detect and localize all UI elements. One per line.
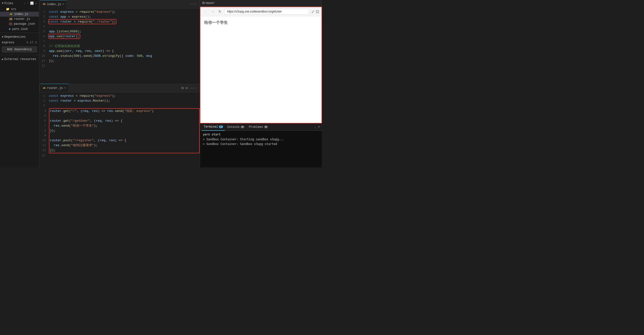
terminal-command: yarn start: [203, 133, 319, 136]
router-line-13: 13: [39, 153, 200, 158]
sidebar-item-src[interactable]: 📁 src: [0, 7, 39, 12]
files-arrow-icon: ▼: [2, 2, 4, 5]
dep-arrow-icon: ▼: [2, 36, 4, 39]
console-badge: 0: [240, 126, 244, 128]
sidebar-item-index-js[interactable]: JS index.js: [0, 12, 39, 17]
external-resources-label: External resources: [4, 58, 36, 61]
output-line-1: > Sandbox Container: Starting sandbox x3…: [203, 138, 284, 141]
divider-1: [0, 33, 39, 33]
router-js-label: router.js: [14, 17, 30, 21]
back-button[interactable]: ←: [203, 9, 208, 14]
express-dependency: express 4.17.1: [0, 40, 39, 45]
sidebar-item-package-json[interactable]: {} package.json: [0, 22, 39, 27]
tab-close-router-button[interactable]: ×: [64, 87, 66, 90]
forward-button[interactable]: →: [210, 9, 216, 14]
tab-router-js[interactable]: JS router.js ×: [40, 84, 69, 92]
code-line-9: 9 app.use((err, req, res, next) => {: [39, 49, 200, 54]
router-js-editor[interactable]: 1 const express = require("express"); 2 …: [39, 93, 200, 168]
new-file-icon[interactable]: ⬜: [30, 2, 34, 5]
router-line-12: 12 });: [40, 148, 199, 153]
tab-index-js[interactable]: JS index.js ×: [40, 0, 67, 9]
problems-tab-label: Problems: [249, 125, 263, 129]
tab-js-icon: JS: [42, 3, 46, 6]
sort-up-icon[interactable]: ↑: [27, 2, 29, 5]
add-dep-label: Add dependency: [7, 48, 32, 51]
code-line-10: 10 res.status(500).send(JSON.stringify({…: [39, 54, 200, 59]
terminal-content[interactable]: yarn start > Sandbox Container: Starting…: [200, 131, 322, 168]
external-resources-header[interactable]: ▶ External resources: [0, 56, 39, 63]
browser-content: 给你一个学生: [200, 16, 322, 123]
terminal-more-button[interactable]: ⌄: [314, 125, 316, 129]
problems-badge: 0: [264, 126, 268, 128]
terminal-output-1: > Sandbox Container: Starting sandbox x3…: [203, 137, 319, 142]
js-icon: JS: [9, 13, 13, 16]
code-line-5: 5 app.listen(8080);: [39, 29, 200, 34]
tab-router-js-label: router.js: [47, 87, 63, 90]
top-tab-bar: JS index.js × ···: [39, 0, 200, 9]
sidebar-item-router-js[interactable]: JS router.js: [0, 17, 39, 22]
console-tab-label: Console: [227, 125, 240, 129]
yarn-icon: ◆: [9, 27, 10, 31]
index-js-label: index.js: [14, 13, 28, 16]
new-folder-icon[interactable]: ▭: [35, 2, 37, 5]
code-line-6: 6 app.use(router);: [39, 34, 200, 39]
index-js-editor[interactable]: 1 const express = require("express"); 2 …: [39, 9, 200, 84]
external-link-button[interactable]: ⤢: [311, 9, 314, 14]
router-line-9: 9: [40, 133, 199, 138]
sort-down-icon[interactable]: ↓: [24, 2, 25, 5]
terminal-tab-label: Terminal: [204, 125, 218, 129]
terminal-add-button[interactable]: +: [318, 125, 320, 129]
files-section-header[interactable]: ▼ Files ↓ ↑ ⬜ ▭: [0, 0, 39, 7]
output-line-2: > Sandbox Container: Sandbox x3upg start…: [203, 142, 277, 146]
router-line-2: 2 const router = express.Router();: [39, 98, 200, 103]
js-icon-router: JS: [9, 18, 13, 21]
browser-panel: ← → ↻ ⤢ ⊡ 给你一个学生: [200, 7, 322, 123]
url-bar[interactable]: [224, 9, 309, 15]
sidebar: ▼ Files ↓ ↑ ⬜ ▭ 📁 src JS index.js JS rou…: [0, 0, 39, 168]
yarn-lock-label: yarn.lock: [12, 28, 28, 31]
code-line-3: 3 const router = require("./router");: [39, 19, 200, 24]
router-line-8: 8 });: [40, 128, 199, 133]
detach-button[interactable]: ⊡: [316, 9, 319, 14]
ext-arrow-icon: ▶: [2, 58, 4, 61]
tab-terminal[interactable]: Terminal 2: [202, 123, 225, 131]
files-label: Files: [4, 2, 13, 5]
tab-js-icon-router: JS: [42, 87, 46, 90]
browser-actions: ⤢ ⊡: [311, 9, 319, 14]
router-line-11: 11 res.send("收到注册请求");: [40, 143, 199, 148]
editor-split: JS index.js × ··· 1 const express = requ…: [39, 0, 200, 168]
tab-console[interactable]: Console 0: [225, 123, 246, 131]
split-horizontal-icon[interactable]: ⧉: [181, 86, 184, 90]
tab-more-button[interactable]: ···: [188, 2, 199, 6]
router-line-1: 1 const express = require("express");: [39, 94, 200, 98]
code-line-7: 7: [39, 39, 200, 44]
router-line-5: 5: [40, 114, 199, 119]
browser-title: Browser: [202, 2, 214, 5]
split-vertical-icon[interactable]: ⊟: [186, 86, 188, 90]
terminal-tabs: Terminal 2 Console 0 Problems 0 ⌄ +: [200, 123, 322, 131]
editor-area: JS index.js × ··· 1 const express = requ…: [39, 0, 200, 168]
browser-top-bar: Browser: [200, 0, 322, 7]
editor-top: JS index.js × ··· 1 const express = requ…: [39, 0, 200, 84]
dependencies-section-header[interactable]: ▼ Dependencies: [0, 34, 39, 40]
sidebar-item-yarn-lock[interactable]: ◆ yarn.lock: [0, 27, 39, 32]
folder-icon: 📁: [6, 7, 10, 11]
code-line-2: 2 const app = express();: [39, 15, 200, 19]
tab-close-button[interactable]: ×: [63, 3, 64, 6]
bottom-more-icon[interactable]: ···: [190, 86, 197, 90]
router-line-7: 7 res.send("给你一个学生");: [40, 123, 199, 128]
code-line-12: 12: [39, 64, 200, 68]
browser-text: 给你一个学生: [204, 20, 228, 25]
command-text: yarn start: [203, 133, 220, 136]
router-line-4: 4 router.get("/", (req, res) => res.send…: [40, 109, 199, 114]
package-json-label: package.json: [14, 22, 35, 26]
tab-problems[interactable]: Problems 0: [247, 123, 270, 131]
tab-index-js-label: index.js: [47, 3, 61, 6]
code-line-4: 4: [39, 24, 200, 29]
src-label: src: [11, 8, 16, 11]
express-version: 4.17.1: [26, 41, 37, 44]
express-label: express: [2, 41, 14, 44]
add-dependency-button[interactable]: Add dependency: [2, 47, 37, 52]
refresh-button[interactable]: ↻: [218, 9, 222, 14]
terminal-badge: 2: [219, 125, 223, 128]
